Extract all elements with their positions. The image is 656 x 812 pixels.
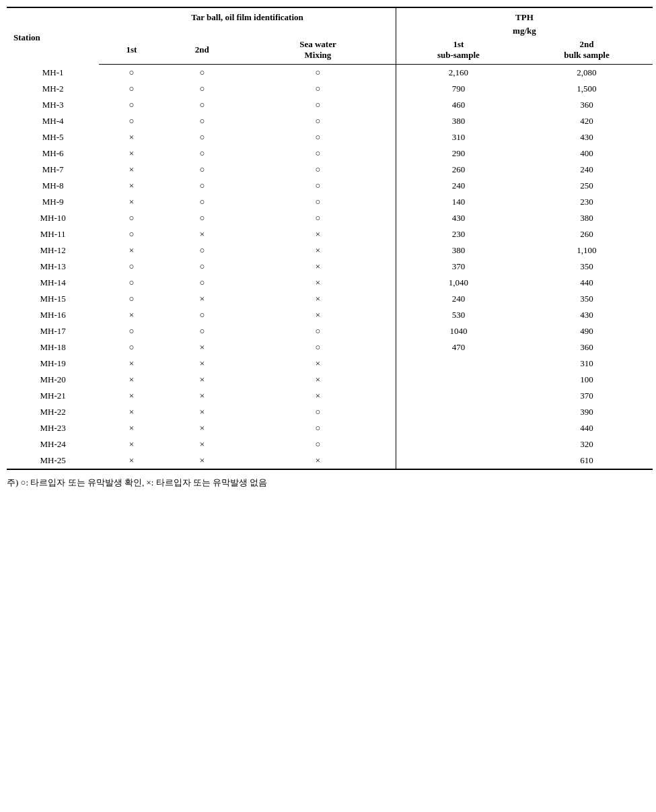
data-cell: ○ (163, 194, 240, 210)
data-cell: ○ (99, 65, 163, 81)
data-cell: 360 (521, 97, 653, 113)
table-row: MH-10○○○430380 (7, 210, 653, 226)
data-cell: × (163, 226, 240, 242)
data-cell: 420 (521, 113, 653, 129)
data-cell: ○ (163, 275, 240, 291)
data-cell: ○ (240, 65, 396, 81)
data-cell: ○ (99, 339, 163, 356)
data-cell: 360 (521, 339, 653, 356)
data-cell: × (99, 372, 163, 388)
data-cell: × (99, 145, 163, 162)
header-row-bottom: 1st 2nd Sea waterMixing 1stsub-sample 2n… (7, 38, 653, 65)
data-cell: × (163, 388, 240, 404)
col5-header: 2ndbulk sample (521, 38, 653, 65)
data-cell: × (163, 436, 240, 452)
data-cell: × (99, 194, 163, 210)
data-cell: 240 (396, 291, 521, 307)
station-cell: MH-15 (7, 291, 99, 307)
data-cell: ○ (163, 81, 240, 97)
station-cell: MH-22 (7, 404, 99, 420)
data-cell: × (240, 307, 396, 323)
tph-unit-header: mg/kg (396, 24, 653, 38)
table-row: MH-14○○×1,040440 (7, 275, 653, 291)
data-cell: × (163, 404, 240, 420)
table-container: Station Tar ball, oil film identificatio… (7, 7, 653, 489)
data-cell: ○ (163, 65, 240, 81)
data-cell: 430 (521, 129, 653, 145)
table-row: MH-3○○○460360 (7, 97, 653, 113)
data-cell: ○ (99, 81, 163, 97)
data-cell: ○ (99, 275, 163, 291)
data-cell: 530 (396, 307, 521, 323)
data-cell: 1,500 (521, 81, 653, 97)
data-cell: 430 (521, 307, 653, 323)
station-cell: MH-13 (7, 259, 99, 275)
data-cell: 370 (521, 388, 653, 404)
data-cell: 100 (521, 372, 653, 388)
data-cell: × (99, 404, 163, 420)
tarball-spacer (99, 24, 396, 38)
data-cell: ○ (163, 307, 240, 323)
station-cell: MH-19 (7, 356, 99, 372)
data-cell: 350 (521, 291, 653, 307)
station-cell: MH-16 (7, 307, 99, 323)
data-cell (396, 404, 521, 420)
data-cell: ○ (240, 97, 396, 113)
data-cell: ○ (240, 404, 396, 420)
col1-header: 1st (99, 38, 163, 65)
data-cell: × (99, 452, 163, 469)
table-row: MH-9×○○140230 (7, 194, 653, 210)
station-cell: MH-12 (7, 242, 99, 259)
station-cell: MH-10 (7, 210, 99, 226)
data-cell: ○ (99, 323, 163, 339)
data-cell: 140 (396, 194, 521, 210)
data-cell: × (99, 388, 163, 404)
col4-header: 1stsub-sample (396, 38, 521, 65)
data-cell: ○ (240, 113, 396, 129)
data-cell: ○ (99, 113, 163, 129)
data-cell: × (240, 291, 396, 307)
data-cell: × (99, 356, 163, 372)
data-cell: × (99, 162, 163, 178)
station-cell: MH-9 (7, 194, 99, 210)
data-cell (396, 420, 521, 436)
data-cell: 2,160 (396, 65, 521, 81)
data-cell: 490 (521, 323, 653, 339)
station-header: Station (7, 7, 99, 65)
data-cell: ○ (163, 323, 240, 339)
data-cell: ○ (240, 420, 396, 436)
data-cell: × (99, 129, 163, 145)
data-cell: ○ (163, 97, 240, 113)
data-cell: 1,100 (521, 242, 653, 259)
station-cell: MH-7 (7, 162, 99, 178)
data-cell: ○ (240, 145, 396, 162)
data-cell: ○ (163, 145, 240, 162)
data-cell: ○ (163, 242, 240, 259)
data-cell: 240 (521, 162, 653, 178)
table-row: MH-24××○320 (7, 436, 653, 452)
tarball-header: Tar ball, oil film identification (99, 7, 396, 24)
data-cell: 610 (521, 452, 653, 469)
data-cell: × (163, 291, 240, 307)
station-cell: MH-23 (7, 420, 99, 436)
table-row: MH-20×××100 (7, 372, 653, 388)
table-body: MH-1○○○2,1602,080MH-2○○○7901,500MH-3○○○4… (7, 65, 653, 470)
station-cell: MH-2 (7, 81, 99, 97)
data-cell: × (240, 259, 396, 275)
data-cell: 2,080 (521, 65, 653, 81)
data-cell: × (99, 178, 163, 194)
data-cell: 380 (396, 242, 521, 259)
table-row: MH-8×○○240250 (7, 178, 653, 194)
data-cell: ○ (163, 210, 240, 226)
data-cell: × (163, 356, 240, 372)
table-row: MH-19×××310 (7, 356, 653, 372)
data-cell: ○ (240, 210, 396, 226)
data-cell: × (99, 307, 163, 323)
table-row: MH-7×○○260240 (7, 162, 653, 178)
data-cell: × (240, 372, 396, 388)
data-cell: ○ (240, 339, 396, 356)
footer-note: 주) ○: 타르입자 또는 유막발생 확인, ×: 타르입자 또는 유막발생 없… (7, 477, 653, 489)
data-cell: 250 (521, 178, 653, 194)
data-cell: 470 (396, 339, 521, 356)
data-cell: ○ (163, 178, 240, 194)
